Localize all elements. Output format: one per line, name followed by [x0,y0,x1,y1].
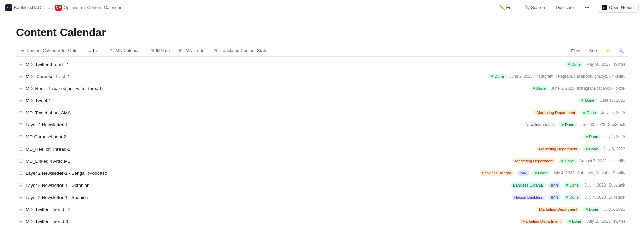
status-badge: Done [583,207,601,212]
sort-button[interactable]: Sort [586,47,600,55]
tab-imn-calendar[interactable]: ⊞ IMN Calendar [105,45,146,56]
list-search-button[interactable]: 🔍 [616,47,627,55]
status-dot [561,160,563,162]
row-meta: Marketing DepartmentDoneAugust 7, 2023Li… [513,158,625,164]
tab-icon-list: ≡ [89,48,91,53]
tab-label-imn-todo: IMN To-do [184,48,204,53]
list-item[interactable]: ☰Layer 2 Newsletter-1 - Bengali (Podcast… [16,167,628,179]
lightning-icon: ⚡ [605,48,610,53]
more-button[interactable]: ••• [581,4,593,11]
ellipsis[interactable]: ... [47,5,50,10]
page-title: Content Calendar [16,26,628,39]
row-title: Layer 2 Newsletter-1 - Spanish [26,195,512,200]
row-date: June 2, 2023 [509,74,532,79]
row-date: June 30, 2023 [580,122,605,127]
list-item[interactable]: ☰Layer 2 Newsletter-1 - UkranianBankless… [16,179,628,191]
status-dot [586,136,588,138]
row-platform: LinkedIN [609,159,625,163]
status-badge: Done [563,182,581,188]
status-dot [568,63,570,65]
filter-label: Filter [571,48,581,53]
row-title: Layer 2 Newsletter-1 - Bengali (Podcast) [26,171,479,176]
status-badge: Done [566,219,584,224]
sep3: / [84,5,85,10]
list-item[interactable]: ☰MD_Tweet about AMAMarketing DepartmentD… [16,107,628,119]
row-title: Layer 2 Newsletter-1 [26,122,523,127]
list-item[interactable]: ☰MD_ Carousel Post- 1DoneJune 2, 2023Ins… [16,70,628,82]
row-page-icon: ☰ [19,171,23,176]
tab-icon-translated: ⊞ [214,48,217,53]
status-badge: Done [559,122,577,127]
row-tag: Marketing Department [520,219,563,224]
dao-icon: BD [5,4,12,11]
sep1: / [43,5,45,10]
row-page-icon: ☰ [19,195,23,200]
row-tag: Marketing Department [513,158,556,164]
duplicate-button[interactable]: Duplicate [552,4,577,11]
row-meta: Newsletter teamDoneJune 30, 2023SubStack [523,122,625,127]
row-date: July 6, 2023 [603,147,625,151]
edit-button[interactable]: ✏️ Edit [496,4,517,11]
row-platform: Twitter [613,62,625,67]
row-meta: Marketing DepartmentDoneJuly 5, 2023 [536,207,625,212]
tabbar-actions: Filter Sort ⚡ 🔍 [568,47,628,55]
notion-logo: N [602,5,607,10]
open-notion-button[interactable]: N Open Notion [597,3,639,13]
topbar-actions: ✏️ Edit 🔍 Search Duplicate ••• N Open No… [496,3,639,13]
status-dot [533,87,535,89]
search-button[interactable]: 🔍 Search [521,4,548,11]
list-item[interactable]: ☰MD-Carousel post-2DoneJuly 1, 2023 [16,131,628,143]
list-item[interactable]: ☰MD_Twitter thread - 1DoneMay 30, 2023Tw… [16,58,628,70]
status-dot [566,196,568,198]
row-meta: DoneJune 5, 2023Instagram, facebook, tik… [530,86,625,91]
row-page-icon: ☰ [19,147,23,152]
list-item[interactable]: ☰MD_Tweet-1DoneJune 17, 2023 [16,94,628,107]
status-badge: Done [559,158,577,164]
row-date: July 24, 2023 [601,110,625,115]
lightning-button[interactable]: ⚡ [602,47,613,55]
list-item[interactable]: ☰MD_Twitter Thread - 2Marketing Departme… [16,203,628,215]
status-dot [586,148,588,150]
status-dot [566,184,568,186]
list-item[interactable]: ☰MD_LinkedIn Article-1Marketing Departme… [16,155,628,167]
row-title: MD_Tweet-1 [26,98,579,103]
status-dot [535,172,537,174]
row-tag: Marketing Department [536,207,580,212]
tab-imn-todo[interactable]: ⊞ IMN To-do [174,45,209,56]
edit-icon: ✏️ [499,5,505,10]
row-meta: Bankless BengaliIMNDoneJuly 4, 2023Subst… [479,170,625,176]
row-page-icon: ☰ [19,219,23,224]
tab-content-calendar[interactable]: ☰ Content Calendar for Opti... [16,45,84,56]
list-item[interactable]: ☰MD_Reel on Thread-2Marketing Department… [16,143,628,155]
list-item[interactable]: ☰Layer 2 Newsletter-1Newsletter teamDone… [16,119,628,131]
list-item[interactable]: ☰MD_Twitter Thread-3Marketing Department… [16,215,628,228]
list-item[interactable]: ☰MD_Reel - 1 (based on Twitter thread)Do… [16,82,628,94]
edit-label: Edit [506,5,514,10]
dao-label[interactable]: BanklessDAO [14,5,41,10]
row-title: Layer 2 Newsletter-1 - Ukranian [26,183,510,188]
row-platform: Substack [609,183,625,188]
tab-label-list: List [93,48,100,53]
row-date: June 5, 2023 [551,86,574,91]
status-badge: Done [583,146,601,152]
row-tag: Newsletter team [523,122,556,127]
tab-imn-db[interactable]: ⊞ IMN db [146,45,174,56]
row-page-icon: ☰ [19,74,23,79]
tab-translated-content-stats[interactable]: ⊞ Translated Content Stats [209,45,272,56]
tab-list[interactable]: ≡ List [84,45,105,56]
tab-icon-imn-todo: ⊞ [179,48,183,53]
row-date: July 4, 2023 [584,195,606,200]
filter-button[interactable]: Filter [568,47,583,55]
row-title: MD_Twitter Thread - 2 [26,207,536,212]
status-dot [562,124,564,126]
list-item[interactable]: ☰Layer 2 Newsletter-1 - SpanishNación Ba… [16,191,628,203]
tab-icon-content-calendar: ☰ [21,48,25,53]
row-date: July 1, 2023 [603,134,625,139]
status-badge: Done [565,61,583,67]
tab-label-imn-calendar: IMN Calendar [114,48,141,53]
more-icon: ••• [585,5,589,10]
row-tag: Marketing Department [536,146,580,152]
row-platform: Instagram, facebook, tiktok [577,86,625,91]
row-platform: Twitter [613,219,625,224]
optimism-label[interactable]: Optimism [64,5,82,10]
